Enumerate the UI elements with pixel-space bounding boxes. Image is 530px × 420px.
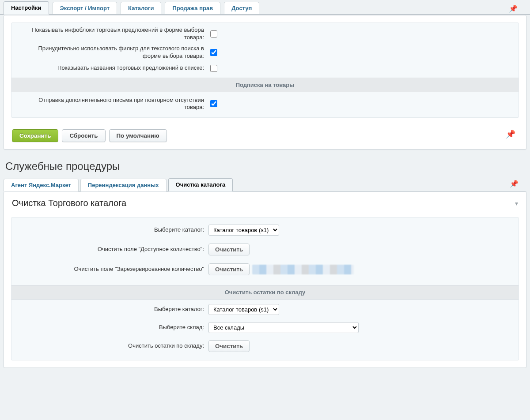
label-clear-available: Очистить поле "Доступное количество": xyxy=(19,246,208,253)
select-catalog-2[interactable]: Каталог товаров (s1) xyxy=(208,304,279,315)
default-button[interactable]: По умолчанию xyxy=(109,129,167,142)
tab-export-import[interactable]: Экспорт / Импорт xyxy=(53,2,117,15)
label-select-store: Выберите склад: xyxy=(19,324,208,331)
clear-available-button[interactable]: Очистить xyxy=(208,244,250,255)
pin-icon[interactable]: 📌 xyxy=(506,129,515,139)
label-select-catalog: Выберите каталог: xyxy=(19,226,208,234)
label-show-sku-iblocks: Показывать инфоблоки торговых предложени… xyxy=(19,26,208,41)
label-extra-mail: Отправка дополнительного письма при повт… xyxy=(19,97,208,112)
tab-catalogs[interactable]: Каталоги xyxy=(121,2,161,15)
checkbox-show-sku-names[interactable] xyxy=(210,65,217,72)
collapse-icon[interactable]: ▾ xyxy=(515,200,518,207)
band-clear-stock: Очистить остатки по складу xyxy=(11,285,519,300)
pin-icon[interactable]: 📌 xyxy=(510,180,519,188)
tab-catalog-cleanup[interactable]: Очистка каталога xyxy=(168,178,233,191)
section-heading: Служебные процедуры xyxy=(5,160,525,172)
label-force-filter: Принудительно использовать фильтр для те… xyxy=(19,45,208,60)
tab-reindex[interactable]: Переиндексация данных xyxy=(80,179,167,191)
procedure-tabs: Агент Яндекс.Маркет Переиндексация данны… xyxy=(4,177,526,191)
label-clear-stock: Очистить остатки по складу: xyxy=(19,342,208,350)
tab-settings[interactable]: Настройки xyxy=(4,1,49,15)
save-button[interactable]: Сохранить xyxy=(12,129,58,142)
clear-stock-button[interactable]: Очистить xyxy=(208,340,250,352)
checkbox-force-filter[interactable] xyxy=(210,49,217,56)
cleanup-heading: Очистка Торгового каталога xyxy=(12,198,126,208)
pin-icon[interactable]: 📌 xyxy=(506,3,520,15)
settings-panel: Показывать инфоблоки торговых предложени… xyxy=(4,15,526,150)
label-select-catalog-2: Выберите каталог: xyxy=(19,306,208,313)
band-subscription: Подписка на товары xyxy=(11,78,519,92)
checkbox-show-sku-iblocks[interactable] xyxy=(210,30,217,38)
top-tabs: Настройки Экспорт / Импорт Каталоги Прод… xyxy=(4,0,526,14)
tab-yandex-agent[interactable]: Агент Яндекс.Маркет xyxy=(4,179,79,191)
clear-reserved-button[interactable]: Очистить xyxy=(208,263,250,275)
checkbox-extra-mail[interactable] xyxy=(210,100,217,107)
select-catalog[interactable]: Каталог товаров (s1) xyxy=(208,225,279,236)
cleanup-panel: Очистка Торгового каталога ▾ Выберите ка… xyxy=(4,191,526,368)
reset-button[interactable]: Сбросить xyxy=(62,129,105,142)
tab-rights-sale[interactable]: Продажа прав xyxy=(165,2,220,15)
select-store[interactable]: Все склады xyxy=(208,322,359,333)
label-show-sku-names: Показывать названия торговых предложений… xyxy=(19,64,208,72)
tab-access[interactable]: Доступ xyxy=(224,2,259,15)
redacted-content xyxy=(252,265,354,274)
label-clear-reserved: Очистить поле "Зарезервированное количес… xyxy=(19,266,208,273)
